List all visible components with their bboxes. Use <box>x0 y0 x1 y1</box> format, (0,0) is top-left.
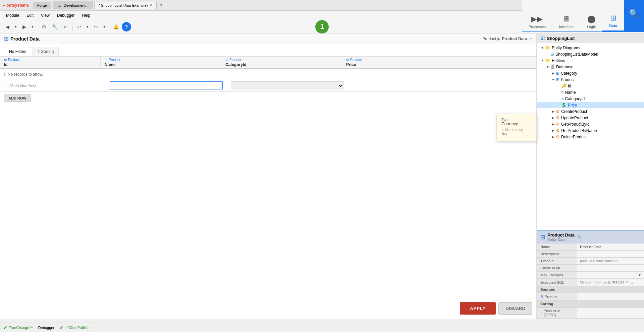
tooltip-type-row: Type Currency <box>501 118 532 126</box>
add-row-button[interactable]: ADD ROW <box>4 94 31 102</box>
redo-dropdown[interactable]: ▼ <box>102 22 107 31</box>
catid-input-cell[interactable] <box>227 80 347 91</box>
bell-button[interactable]: 🔔 <box>111 22 120 31</box>
tree-item-product[interactable]: ▼ ⊞ Product <box>537 76 644 83</box>
nav-processes[interactable]: ▶▶ Processes <box>522 12 552 31</box>
tree-item-get-by-id[interactable]: ▶ ⚙ GetProductById <box>537 121 644 127</box>
close-icon[interactable]: ✕ <box>150 3 152 7</box>
prop-desc-val[interactable]: … <box>577 251 644 258</box>
external-link-icon[interactable]: ↗ <box>528 36 532 42</box>
prop-sql-edit-icon[interactable]: … <box>629 280 633 284</box>
tooltip-type-label: Type <box>501 118 532 122</box>
getbyid-action-icon: ⚙ <box>556 122 560 127</box>
toolbar: ◀ ▼ ▶ ▼ ⚙ 🔧 ↩ ↩ ▼ ↪ ▼ 🔔 ? 1 ▶▶ Processes… <box>0 20 644 34</box>
tree-item-entity-diagrams[interactable]: ▼ 📁 Entity Diagrams <box>537 45 644 51</box>
tree-item-get-by-name[interactable]: ▶ ⚙ GetProductByName <box>537 127 644 134</box>
sort-edit-icon[interactable]: … <box>580 311 584 315</box>
tool-btn-2[interactable]: 🔧 <box>50 22 59 31</box>
discard-button[interactable]: DISCARD <box>498 302 532 315</box>
grid-icon-price: ⊞ <box>346 58 349 62</box>
filter-tab-sorting[interactable]: 1 Sorting <box>33 47 59 56</box>
tree-header: SI ShoppingList <box>537 34 644 43</box>
col-id-field: Id <box>4 62 96 67</box>
col-id-entity: ⊞ Product <box>4 58 96 62</box>
filter-tab-no-filters[interactable]: No Filters <box>4 47 31 56</box>
product-catid-label: CategoryId <box>565 96 585 101</box>
tab-shopping[interactable]: * ShoppingList (App Example) ✕ <box>94 2 157 9</box>
prop-maxrec-val[interactable]: ▼ <box>577 272 644 279</box>
breadcrumb-product[interactable]: Product <box>482 37 496 41</box>
undo-dropdown[interactable]: ▼ <box>85 22 90 31</box>
prop-desc-edit-icon[interactable]: … <box>580 252 584 256</box>
status-bar: ✔ TrueChange™ Debugger ✔ 1-Click Publish <box>0 323 644 332</box>
tab-dropdown-icon[interactable]: ▼ <box>158 3 164 8</box>
col-price-entity-label: Product <box>350 58 362 62</box>
redo-button[interactable]: ↪ <box>91 22 101 31</box>
prop-name-val[interactable]: Product Data … <box>577 244 644 251</box>
breadcrumb: ⊞ Product Data Product ▶ Product Data ↗ <box>0 34 536 44</box>
chevron-right-icon-5: ▶ <box>550 129 556 132</box>
tree-item-delete-product[interactable]: ▶ ⚙ DeleteProduct <box>537 134 644 140</box>
tree-item-product-id[interactable]: 🔑 Id <box>537 83 644 89</box>
tab-dev[interactable]: ☁ Development... <box>53 1 93 9</box>
tree-item-database[interactable]: ▼ 🗄 Database <box>537 64 644 70</box>
tool-btn-3[interactable]: ↩ <box>61 22 70 31</box>
search-button[interactable]: 🔍 <box>624 0 644 31</box>
prop-desc-key: Description <box>537 251 577 258</box>
prop-source-val[interactable]: … <box>577 293 644 301</box>
get-by-name-label: GetProductByName <box>561 128 597 133</box>
tree-item-product-catid[interactable]: ≡ CategoryId <box>537 95 644 102</box>
tree-item-create-product[interactable]: ▶ ⚙ CreateProduct <box>537 108 644 115</box>
tree-item-data-model[interactable]: ⊞ ShoppingListDataModel <box>537 51 644 57</box>
key-field-icon: 🔑 <box>561 83 567 88</box>
prop-sql-link-icon[interactable]: ↗ <box>625 280 628 284</box>
data-model-label: ShoppingListDataModel <box>555 52 598 57</box>
prop-maxrec-key: Max. Records <box>537 272 577 279</box>
nav-data[interactable]: ⊞ Data <box>602 11 624 31</box>
forward-button[interactable]: ▶ <box>19 22 29 31</box>
auto-number-cell: (Auto Number) <box>5 80 106 91</box>
dropdown-icon[interactable]: ▼ <box>638 273 641 277</box>
grid-input-row: * (Auto Number) <box>0 80 536 92</box>
prop-name-edit-icon[interactable]: … <box>603 245 606 249</box>
source-edit-icon[interactable]: … <box>580 295 584 299</box>
name-input[interactable] <box>110 81 223 89</box>
settings-button[interactable]: ⚙ <box>39 22 49 31</box>
tooltip-mandatory-value: No <box>501 132 532 136</box>
catid-select[interactable] <box>231 81 343 90</box>
undo-button[interactable]: ↩ <box>74 22 84 31</box>
tree-item-product-price[interactable]: 💲 Price <box>537 102 644 108</box>
props-help-icon[interactable]: ? <box>578 235 581 240</box>
back-button[interactable]: ◀ <box>3 22 12 31</box>
forward-dropdown[interactable]: ▼ <box>30 22 35 31</box>
tab-forge[interactable]: Forge <box>33 2 51 9</box>
menu-view[interactable]: View <box>38 12 53 19</box>
tab-shopping-label: * ShoppingList (App Example) <box>99 3 148 7</box>
tree-item-category[interactable]: ▶ ⊞ Category <box>537 70 644 76</box>
menu-debugger[interactable]: Debugger <box>54 12 78 19</box>
tree-item-entities[interactable]: ▼ 📁 Entities <box>537 57 644 64</box>
menu-module[interactable]: Module <box>3 12 22 19</box>
tree-item-product-name[interactable]: ≡ Name <box>537 89 644 95</box>
interface-icon: 🖥 <box>562 15 570 23</box>
prop-sql-val[interactable]: SELECT TOP (32) [ENPROD ↗ … <box>577 279 644 286</box>
nav-interface[interactable]: 🖥 Interface <box>552 12 580 31</box>
apply-button[interactable]: APPLY <box>460 302 496 315</box>
help-button[interactable]: ? <box>122 22 131 31</box>
back-dropdown[interactable]: ▼ <box>13 22 18 31</box>
no-records-row: ℹ No records to show. <box>0 69 536 80</box>
menu-help[interactable]: Help <box>79 12 94 19</box>
logo-text: outsystems <box>6 3 29 8</box>
menu-edit[interactable]: Edit <box>23 12 37 19</box>
product-name-label: Name <box>565 90 576 95</box>
status-publish[interactable]: ✔ 1-Click Publish <box>60 325 90 330</box>
file-tree: ▼ 📁 Entity Diagrams ⊞ ShoppingListDataMo… <box>537 43 644 230</box>
debugger-label: Debugger <box>38 326 54 330</box>
prop-sort-val[interactable]: … <box>577 308 644 319</box>
getbyname-action-icon: ⚙ <box>556 128 560 133</box>
name-input-cell[interactable] <box>106 80 227 91</box>
nav-logic[interactable]: ⬤ Logic <box>580 12 602 31</box>
tree-item-update-product[interactable]: ▶ ⚙ UpdateProduct <box>537 115 644 121</box>
chevron-down-icon: ▼ <box>540 46 545 50</box>
product-entity-icon: ⊞ <box>556 77 559 82</box>
